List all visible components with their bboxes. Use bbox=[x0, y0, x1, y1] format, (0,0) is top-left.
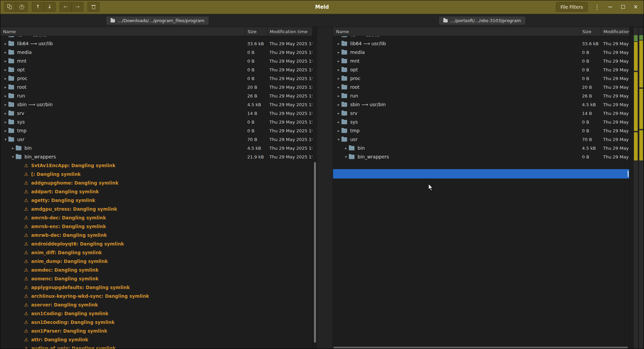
diff-map-column[interactable] bbox=[633, 27, 638, 349]
tree-row[interactable]: ⚠aomenc: Dangling symlink bbox=[0, 274, 312, 283]
expander-closed-icon[interactable]: ▸ bbox=[3, 36, 8, 37]
expander-closed-icon[interactable]: ▸ bbox=[3, 94, 8, 98]
tree-row[interactable]: ▸tmp0 BThu 29 May 2025 15: bbox=[0, 126, 312, 135]
maximize-button[interactable] bbox=[619, 3, 627, 11]
next-change-button[interactable]: ↓ bbox=[44, 2, 56, 12]
tree-row[interactable]: ⚠applygnupgdefaults: Dangling symlink bbox=[0, 283, 312, 292]
delete-button[interactable] bbox=[87, 2, 100, 12]
tree-row[interactable]: ▸proc0 BThu 29 May 2025 15: bbox=[0, 74, 312, 83]
diff-map-column[interactable] bbox=[639, 27, 644, 349]
tree-row[interactable]: ⚠amrnb-enc: Dangling symlink bbox=[0, 222, 312, 231]
expander-closed-icon[interactable]: ▸ bbox=[3, 68, 8, 72]
expander-open-icon[interactable]: ▾ bbox=[343, 155, 349, 159]
expander-closed-icon[interactable]: ▸ bbox=[3, 103, 8, 107]
tree-row[interactable]: ⚠amdgpu_stress: Dangling symlink bbox=[0, 205, 312, 213]
expander-closed-icon[interactable]: ▸ bbox=[3, 85, 8, 89]
tree-row[interactable]: ▸sys0 BThu 29 May 2025 15: bbox=[333, 118, 629, 126]
tree-row[interactable]: ⚠amrnb-dec: Dangling symlink bbox=[0, 213, 312, 222]
expander-closed-icon[interactable]: ▸ bbox=[3, 129, 8, 133]
tree-row[interactable]: ⚠amrwb-dec: Dangling symlink bbox=[0, 231, 312, 239]
minimize-button[interactable]: − bbox=[606, 3, 614, 11]
tree-row[interactable]: ▸mnt0 BThu 29 May 2025 15: bbox=[333, 57, 629, 65]
right-folder-button[interactable]: …/portsoft/…/obs-3103/program bbox=[439, 16, 526, 25]
copy-left-button[interactable]: ← bbox=[60, 2, 72, 12]
tree-row[interactable]: ▸→lib ⟶ usr/lib bbox=[333, 36, 629, 39]
menu-button[interactable]: ⋮ bbox=[593, 4, 601, 10]
expander-closed-icon[interactable]: ▸ bbox=[336, 129, 341, 133]
tree-row[interactable]: ▸bin4.5 kBThu 29 May 2025 15: bbox=[0, 144, 312, 152]
expander-closed-icon[interactable]: ▸ bbox=[336, 103, 341, 107]
tree-row[interactable]: ▸srv14 BThu 29 May 2025 15: bbox=[333, 109, 629, 118]
tree-row[interactable]: ▸media0 BThu 29 May 2025 15: bbox=[0, 48, 312, 57]
tree-row[interactable]: ▸run26 BThu 29 May 2025 15: bbox=[0, 91, 312, 100]
tree-row[interactable]: ▸media0 BThu 29 May 2025 15: bbox=[333, 48, 629, 57]
expander-closed-icon[interactable]: ▸ bbox=[343, 146, 349, 150]
expander-closed-icon[interactable]: ▸ bbox=[336, 51, 341, 54]
tree-row[interactable]: ⚠aserver: Dangling symlink bbox=[0, 300, 312, 309]
tree-row[interactable]: ▾bin_wrappers21.9 kBThu 29 May 2025 15: bbox=[0, 152, 312, 161]
tree-row[interactable]: ⚠aomdec: Dangling symlink bbox=[0, 266, 312, 274]
tree-row[interactable]: ⚠archlinux-keyring-wkd-sync: Dangling sy… bbox=[0, 292, 312, 300]
expander-closed-icon[interactable]: ▸ bbox=[3, 112, 8, 115]
tree-row[interactable]: ▾bin_wrappers0 BThu 29 May 2025 15: bbox=[333, 152, 629, 161]
tree-row[interactable]: ⚠[: Dangling symlink bbox=[0, 170, 312, 179]
tree-row[interactable]: ⚠attr: Dangling symlink bbox=[0, 335, 312, 344]
expander-closed-icon[interactable]: ▸ bbox=[336, 59, 341, 63]
compare-button[interactable] bbox=[4, 2, 16, 12]
tree-row[interactable]: ▸root20 BThu 29 May 2025 15: bbox=[333, 83, 629, 91]
expander-open-icon[interactable]: ▾ bbox=[10, 155, 16, 159]
left-pane-scrollbar[interactable] bbox=[313, 27, 317, 349]
tree-row[interactable]: ⚠asn1Parser: Dangling symlink bbox=[0, 327, 312, 335]
tree-row[interactable]: ▸sys0 BThu 29 May 2025 15: bbox=[0, 118, 312, 126]
expander-closed-icon[interactable]: ▸ bbox=[336, 120, 341, 124]
tree-row[interactable]: ⚠anim_diff: Dangling symlink bbox=[0, 248, 312, 257]
expander-closed-icon[interactable]: ▸ bbox=[336, 42, 341, 46]
tree-row[interactable]: ⚠audisp-af_unix: Dangling symlink bbox=[0, 344, 312, 349]
column-header-modified[interactable]: Modification time bbox=[267, 27, 312, 36]
file-filters-button[interactable]: File Filters bbox=[556, 2, 588, 12]
left-folder-button[interactable]: …/Downloads/…/program_files/program bbox=[106, 16, 209, 25]
expander-closed-icon[interactable]: ▸ bbox=[336, 85, 341, 89]
expander-closed-icon[interactable]: ▸ bbox=[336, 112, 341, 115]
column-header-size[interactable]: Size bbox=[245, 27, 267, 36]
empty-selection-row[interactable] bbox=[333, 169, 629, 179]
tree-row[interactable]: ▸opt0 BThu 29 May 2025 15: bbox=[0, 65, 312, 74]
tree-row[interactable]: ▸→lib64 ⟶ usr/lib33.6 kBThu 29 May 2025 … bbox=[333, 39, 629, 48]
tree-row[interactable]: ▸proc0 BThu 29 May 2025 15: bbox=[333, 74, 629, 83]
scrollbar-thumb[interactable] bbox=[333, 347, 628, 348]
tree-row[interactable]: ▸srv14 BThu 29 May 2025 15: bbox=[0, 109, 312, 118]
close-button[interactable]: × bbox=[632, 3, 639, 11]
tree-row[interactable]: ▸bin4.5 kBThu 29 May 2025 15: bbox=[333, 144, 629, 152]
expander-closed-icon[interactable]: ▸ bbox=[336, 36, 341, 37]
tree-row[interactable]: ▸→lib ⟶ usr/lib bbox=[0, 36, 312, 39]
tree-row[interactable]: ▸run26 BThu 29 May 2025 15: bbox=[333, 91, 629, 100]
expander-closed-icon[interactable]: ▸ bbox=[3, 77, 8, 80]
tree-row[interactable]: ▾usr70 BThu 29 May 2025 15: bbox=[0, 135, 312, 144]
column-header-name[interactable]: Name bbox=[0, 27, 245, 36]
tree-row[interactable]: ▾usr70 BThu 29 May 2025 15: bbox=[333, 135, 629, 144]
tree-row[interactable]: ▸root20 BThu 29 May 2025 15: bbox=[0, 83, 312, 91]
tree-row[interactable]: ▸opt0 BThu 29 May 2025 15: bbox=[333, 65, 629, 74]
recent-comparison-button[interactable] bbox=[16, 2, 28, 12]
tree-row[interactable]: ▸mnt0 BThu 29 May 2025 15: bbox=[0, 57, 312, 65]
tree-row[interactable]: ⚠androiddeployqt6: Dangling symlink bbox=[0, 239, 312, 248]
expander-closed-icon[interactable]: ▸ bbox=[3, 42, 8, 46]
tree-row[interactable]: ▸tmp0 BThu 29 May 2025 15: bbox=[333, 126, 629, 135]
right-pane-scrollbar[interactable] bbox=[629, 27, 633, 349]
tree-row[interactable]: ⚠addgnupghome: Dangling symlink bbox=[0, 179, 312, 187]
tree-row[interactable]: ⚠agetty: Dangling symlink bbox=[0, 196, 312, 205]
expander-open-icon[interactable]: ▾ bbox=[3, 138, 8, 141]
column-header-name[interactable]: Name bbox=[333, 27, 580, 36]
expander-closed-icon[interactable]: ▸ bbox=[10, 146, 16, 150]
tree-row[interactable]: ⚠anim_dump: Dangling symlink bbox=[0, 257, 312, 266]
column-header-modified[interactable]: Modification time bbox=[601, 27, 629, 36]
expander-closed-icon[interactable]: ▸ bbox=[336, 94, 341, 98]
expander-closed-icon[interactable]: ▸ bbox=[3, 120, 8, 124]
expander-closed-icon[interactable]: ▸ bbox=[3, 51, 8, 54]
expander-closed-icon[interactable]: ▸ bbox=[3, 59, 8, 63]
tree-row[interactable]: ▸→sbin ⟶ usr/bin4.5 kBThu 29 May 2025 15… bbox=[0, 100, 312, 109]
expander-open-icon[interactable]: ▾ bbox=[336, 138, 341, 141]
column-header-size[interactable]: Size bbox=[580, 27, 601, 36]
scrollbar-thumb[interactable] bbox=[314, 162, 316, 343]
previous-change-button[interactable]: ↑ bbox=[32, 2, 44, 12]
